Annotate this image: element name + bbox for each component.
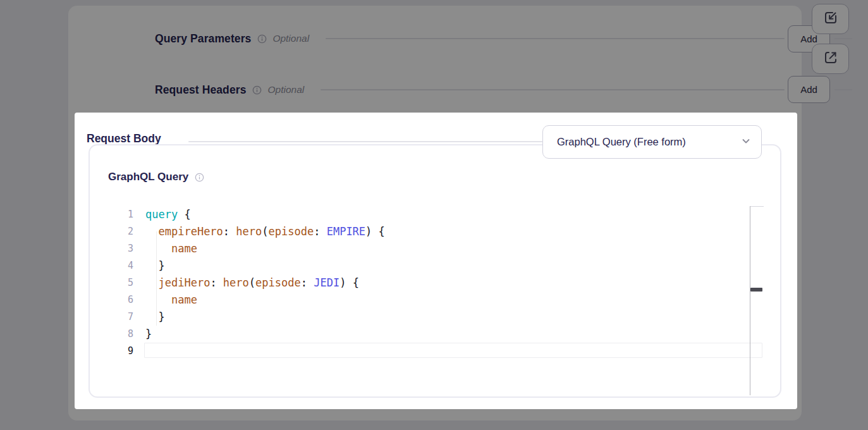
- divider: [321, 89, 785, 90]
- editor-gutter: 123456789: [108, 206, 133, 360]
- request-headers-title: Request Headers: [155, 83, 246, 97]
- arrow-into-square-icon: [823, 10, 838, 28]
- graphql-query-label: GraphQL Query: [108, 171, 204, 183]
- code-line[interactable]: empireHero: hero(episode: EMPIRE) {: [145, 223, 385, 240]
- line-number: 9: [108, 343, 133, 360]
- code-line[interactable]: query {: [145, 206, 385, 223]
- body-type-select[interactable]: GraphQL Query (Free form): [542, 125, 762, 159]
- page: Query Parameters Optional Add Request He…: [0, 0, 868, 430]
- line-number: 3: [108, 240, 133, 257]
- editor-scrollbar-thumb[interactable]: [750, 288, 762, 292]
- external-link-icon: [823, 50, 838, 68]
- code-line[interactable]: }: [145, 326, 385, 343]
- graphql-query-editor[interactable]: 123456789 query { empireHero: hero(episo…: [75, 206, 797, 367]
- editor-scrollbar-track: [750, 206, 750, 395]
- request-body-title: Request Body: [87, 132, 161, 145]
- line-number: 2: [108, 223, 133, 240]
- request-body-section: Request Body GraphQL Query (Free form) G…: [75, 113, 797, 409]
- code-line[interactable]: [145, 343, 385, 360]
- line-number: 5: [108, 274, 133, 292]
- code-line[interactable]: }: [145, 257, 385, 274]
- query-parameters-title: Query Parameters: [155, 32, 251, 46]
- open-external-button[interactable]: [812, 44, 849, 74]
- optional-label: Optional: [272, 33, 309, 44]
- line-number: 1: [108, 206, 133, 223]
- info-icon[interactable]: [257, 34, 267, 44]
- line-number: 6: [108, 292, 133, 309]
- code-line[interactable]: name: [145, 240, 385, 257]
- divider: [834, 89, 852, 90]
- open-inline-editor-button[interactable]: [812, 4, 849, 34]
- chevron-down-icon: [741, 136, 751, 149]
- divider: [750, 206, 764, 207]
- info-icon[interactable]: [252, 85, 262, 95]
- code-line[interactable]: name: [145, 292, 385, 309]
- body-type-selected-value: GraphQL Query (Free form): [557, 136, 741, 148]
- editor-code[interactable]: query { empireHero: hero(episode: EMPIRE…: [145, 206, 385, 360]
- divider: [834, 38, 852, 39]
- line-number: 4: [108, 257, 133, 274]
- line-number: 8: [108, 326, 133, 343]
- request-headers-row: Request Headers Optional: [155, 79, 785, 101]
- info-icon[interactable]: [195, 173, 204, 182]
- divider: [326, 38, 785, 39]
- add-request-header-button[interactable]: Add: [788, 76, 830, 103]
- code-line[interactable]: jediHero: hero(episode: JEDI) {: [145, 274, 385, 292]
- divider: [188, 141, 542, 142]
- line-number: 7: [108, 309, 133, 326]
- optional-label: Optional: [267, 84, 304, 95]
- code-line[interactable]: }: [145, 309, 385, 326]
- query-parameters-row: Query Parameters Optional: [155, 28, 785, 49]
